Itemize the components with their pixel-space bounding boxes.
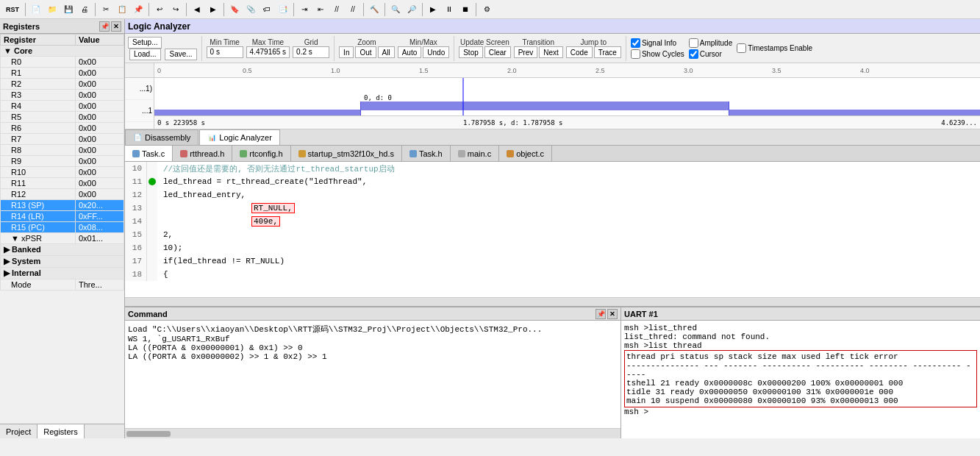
zoom-in-button[interactable]: In [339, 46, 354, 58]
uart-line: list_thred: command not found. [624, 332, 977, 341]
prev-button[interactable]: Prev [514, 46, 538, 58]
tab-registers[interactable]: Registers [37, 424, 84, 438]
signal-info-checkbox[interactable] [631, 38, 640, 48]
save-button[interactable]: 💾 [61, 2, 76, 17]
new-button[interactable]: 📄 [29, 2, 43, 17]
la-waveform-area[interactable]: ...1) ...1 0 0.5 1.0 1.5 2.0 2.5 3.0 3.5 [125, 63, 980, 129]
breakpoint-area[interactable] [147, 254, 157, 268]
register-group[interactable]: ▼ Core [1, 46, 124, 57]
bookmark-button[interactable]: 🔖 [227, 2, 242, 17]
la-waves-area[interactable]: 0 0.5 1.0 1.5 2.0 2.5 3.0 3.5 4.0 [154, 63, 980, 129]
panel-close-icon[interactable]: ✕ [111, 21, 121, 32]
command-scrollbar[interactable] [125, 428, 620, 438]
undo-button[interactable]: ↩ [152, 2, 167, 17]
indent-button[interactable]: ⇥ [297, 2, 312, 17]
save-button[interactable]: Save... [165, 49, 196, 60]
build-button[interactable]: 🔨 [367, 2, 382, 17]
rst-button[interactable]: RST [3, 2, 22, 17]
debug3-button[interactable]: ⏹ [458, 2, 473, 17]
debug-button[interactable]: ▶ [426, 2, 440, 17]
command-pin-icon[interactable]: 📌 [595, 309, 606, 319]
panel-pin-icon[interactable]: 📌 [99, 21, 110, 32]
breakpoint-area[interactable] [147, 241, 157, 254]
checkboxes-group: Signal Info Show Cycles Amplitude Cursor [631, 38, 812, 59]
bookmark3-button[interactable]: 🏷 [260, 2, 274, 17]
breakpoint-area[interactable] [147, 268, 157, 281]
breakpoint-area[interactable] [147, 188, 157, 202]
breakpoint-area[interactable] [147, 202, 157, 215]
clear-button[interactable]: Clear [484, 46, 511, 58]
register-value: 0xFF... [75, 211, 124, 222]
nav-back-button[interactable]: ◀ [190, 2, 204, 17]
code-tab-taskc[interactable]: Task.c [125, 146, 173, 161]
cut-button[interactable]: ✂ [99, 2, 113, 17]
register-value: Thre... [75, 279, 124, 291]
show-cycles-check[interactable]: Show Cycles [631, 49, 684, 59]
bookmark2-button[interactable]: 📎 [243, 2, 258, 17]
tab-project[interactable]: Project [0, 424, 37, 438]
print-button[interactable]: 🖨 [77, 2, 92, 17]
setup-button[interactable]: Setup... [128, 37, 162, 49]
code-tab-rtconfig[interactable]: rtconfig.h [232, 146, 290, 161]
timestamps-check[interactable]: Timestamps Enable [737, 43, 812, 53]
search2-button[interactable]: 🔎 [404, 2, 419, 17]
code-tab-rtthread[interactable]: rtthread.h [173, 146, 232, 161]
timestamps-checkbox[interactable] [737, 43, 746, 53]
register-value: 0x00 [75, 134, 124, 145]
code-tab-mainc[interactable]: main.c [451, 146, 499, 161]
code-tab-taskh[interactable]: Task.h [402, 146, 451, 161]
uart-prompt: msh > [624, 407, 977, 416]
cursor-check[interactable]: Cursor [689, 49, 732, 59]
breakpoint-area[interactable] [147, 215, 157, 228]
register-scroll[interactable]: Register Value ▼ Core R0 0x00R1 0x00R2 0… [0, 34, 124, 424]
sep8 [385, 3, 385, 16]
code-area[interactable]: 10//这回值还是需要的, 否则无法通过rt_thread_startup启动1… [125, 162, 980, 297]
search-button[interactable]: 🔍 [388, 2, 403, 17]
code-tab-startup[interactable]: startup_stm32f10x_hd.s [291, 146, 402, 161]
line-number: 16 [125, 241, 147, 254]
register-group[interactable]: ▶ System [1, 256, 124, 268]
copy-button[interactable]: 📋 [115, 2, 129, 17]
amplitude-check[interactable]: Amplitude [689, 38, 732, 48]
bookmark4-button[interactable]: 📑 [276, 2, 290, 17]
tab-disassembly[interactable]: 📄 Disassembly [125, 129, 198, 145]
trace-button[interactable]: Trace [594, 46, 621, 58]
settings-button[interactable]: ⚙ [479, 2, 494, 17]
register-group[interactable]: ▶ Internal [1, 268, 124, 279]
register-name: R12 [1, 189, 76, 200]
redo-button[interactable]: ↪ [168, 2, 183, 17]
code-button[interactable]: Code [566, 46, 593, 58]
breakpoint-area[interactable] [147, 175, 157, 188]
debug2-button[interactable]: ⏸ [442, 2, 457, 17]
breakpoint-area[interactable] [147, 228, 157, 241]
uncomment-button[interactable]: // [346, 2, 360, 17]
load-button[interactable]: Load... [129, 49, 161, 60]
register-name: R9 [1, 156, 76, 167]
cursor-checkbox[interactable] [689, 49, 698, 59]
tab-logic-analyzer[interactable]: 📊 Logic Analyzer [199, 129, 280, 145]
minmax-group: Min/Max Auto Undo [398, 38, 449, 58]
code-trace-row: Code Trace [566, 46, 621, 58]
nav-fwd-button[interactable]: ▶ [206, 2, 221, 17]
command-content[interactable]: Load "C:\\Users\\xiaoyan\\Desktop\\RTT源码… [125, 321, 620, 428]
command-line: LA ((PORTA & 0x00000001) & 0x1) >> 0 [128, 343, 618, 352]
breakpoint-area[interactable] [147, 162, 157, 175]
zoom-out-button[interactable]: Out [355, 46, 376, 58]
zoom-all-button[interactable]: All [378, 46, 395, 58]
paste-button[interactable]: 📌 [131, 2, 146, 17]
code-tab-objectc[interactable]: object.c [499, 146, 552, 161]
unindent-button[interactable]: ⇤ [313, 2, 328, 17]
command-close-icon[interactable]: ✕ [607, 309, 618, 319]
next-button[interactable]: Next [539, 46, 563, 58]
signal-info-check[interactable]: Signal Info [631, 38, 684, 48]
code-scrollbar-h[interactable] [125, 297, 980, 306]
show-cycles-checkbox[interactable] [631, 49, 640, 59]
comment-button[interactable]: // [329, 2, 344, 17]
register-group[interactable]: ▶ Banked [1, 244, 124, 256]
undo-la-button[interactable]: Undo [423, 46, 449, 58]
stop-button[interactable]: Stop [459, 46, 483, 58]
open-button[interactable]: 📁 [45, 2, 60, 17]
amplitude-checkbox[interactable] [689, 38, 698, 48]
uart-content[interactable]: msh >list_thredlist_thred: command not f… [621, 321, 980, 438]
auto-button[interactable]: Auto [398, 46, 422, 58]
